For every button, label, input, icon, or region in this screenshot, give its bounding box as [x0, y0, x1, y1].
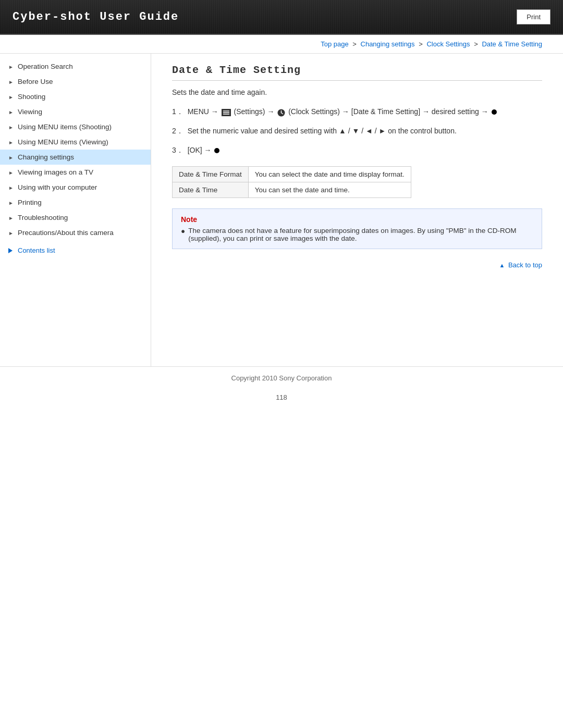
- arrow-icon: ►: [8, 155, 14, 160]
- arrow-icon: ►: [8, 79, 14, 84]
- steps-list: 1． MENU → (Settings) →: [172, 106, 542, 156]
- sidebar-item-label: Before Use: [18, 78, 53, 85]
- page-title: Date & Time Setting: [172, 64, 542, 81]
- footer: Copyright 2010 Sony Corporation: [0, 366, 563, 389]
- note-item-1: ● The camera does not have a feature for…: [181, 227, 533, 242]
- arrow-icon: ►: [8, 94, 14, 100]
- note-text-1: The camera does not have a feature for s…: [188, 227, 533, 242]
- sidebar-item-label: Using with your computer: [18, 183, 97, 191]
- sidebar-item-label: Troubleshooting: [18, 214, 68, 221]
- sidebar-item-precautions[interactable]: ► Precautions/About this camera: [0, 225, 151, 240]
- breadcrumb-top-page[interactable]: Top page: [321, 40, 349, 48]
- step-2-text: Set the numeric value and desired settin…: [188, 127, 457, 135]
- main-layout: ► Operation Search ► Before Use ► Shooti…: [0, 54, 563, 366]
- sidebar-item-label: Viewing images on a TV: [18, 168, 93, 176]
- step-3: 3． [OK] →: [172, 144, 542, 156]
- table-cell-col2-1: You can select the date and time display…: [248, 167, 411, 182]
- sidebar-item-operation-search[interactable]: ► Operation Search: [0, 59, 151, 74]
- sidebar-item-label: Operation Search: [18, 63, 73, 70]
- sidebar: ► Operation Search ► Before Use ► Shooti…: [0, 54, 151, 366]
- breadcrumb-sep3: >: [474, 40, 480, 48]
- info-table: Date & Time Format You can select the da…: [172, 166, 411, 198]
- table-cell-col1-1: Date & Time Format: [173, 167, 249, 182]
- note-title: Note: [181, 215, 533, 224]
- copyright-text: Copyright 2010 Sony Corporation: [231, 374, 332, 382]
- clock-icon: [277, 106, 285, 118]
- sidebar-item-label: Precautions/About this camera: [18, 229, 114, 237]
- step-num-2: 2．: [172, 127, 183, 135]
- sidebar-item-viewing-images-tv[interactable]: ► Viewing images on a TV: [0, 165, 151, 180]
- breadcrumb-date-time-setting[interactable]: Date & Time Setting: [482, 40, 542, 48]
- sidebar-item-using-menu-shooting[interactable]: ► Using MENU items (Shooting): [0, 119, 151, 134]
- breadcrumb-sep2: >: [419, 40, 424, 48]
- intro-text: Sets the date and time again.: [172, 88, 542, 96]
- note-box: Note ● The camera does not have a featur…: [172, 208, 542, 249]
- sidebar-item-label: Shooting: [18, 93, 45, 101]
- sidebar-item-label: Using MENU items (Shooting): [18, 123, 112, 131]
- arrow-icon: ►: [8, 140, 14, 145]
- table-row: Date & Time Format You can select the da…: [173, 167, 411, 182]
- breadcrumb: Top page > Changing settings > Clock Set…: [0, 35, 563, 54]
- arrow-icon: ►: [8, 125, 14, 130]
- arrow-icon: ►: [8, 64, 14, 69]
- table-cell-col2-2: You can set the date and time.: [248, 182, 411, 198]
- bullet-circle-1: [492, 109, 497, 115]
- sidebar-item-label: Using MENU items (Viewing): [18, 138, 108, 146]
- app-title: Cyber-shot User Guide: [13, 10, 179, 23]
- step-num-1: 1．: [172, 107, 183, 116]
- contents-list-arrow-icon: [8, 248, 13, 253]
- sidebar-item-label: Viewing: [18, 108, 42, 116]
- bullet-circle-3: [214, 148, 219, 153]
- sidebar-item-printing[interactable]: ► Printing: [0, 195, 151, 210]
- main-content: Date & Time Setting Sets the date and ti…: [151, 54, 563, 366]
- breadcrumb-sep1: >: [352, 40, 358, 48]
- table-cell-col1-2: Date & Time: [173, 182, 249, 198]
- arrow-icon: ►: [8, 185, 14, 190]
- sidebar-item-using-menu-viewing[interactable]: ► Using MENU items (Viewing): [0, 134, 151, 150]
- arrow-icon: ►: [8, 230, 14, 236]
- step-1-text-middle1: (Settings) →: [234, 107, 277, 116]
- print-button[interactable]: Print: [517, 9, 550, 24]
- breadcrumb-clock-settings[interactable]: Clock Settings: [426, 40, 470, 48]
- arrow-icon: ►: [8, 215, 14, 220]
- back-to-top-link[interactable]: ▲ Back to top: [499, 261, 542, 269]
- table-row: Date & Time You can set the date and tim…: [173, 182, 411, 198]
- breadcrumb-changing-settings[interactable]: Changing settings: [361, 40, 415, 48]
- page-header: Cyber-shot User Guide Print: [0, 0, 563, 35]
- step-1-text-before: MENU →: [188, 107, 221, 116]
- step-1-text-middle2: (Clock Settings) → [Date & Time Setting]…: [288, 107, 490, 116]
- step-2: 2． Set the numeric value and desired set…: [172, 125, 542, 137]
- sidebar-item-label: Printing: [18, 199, 42, 206]
- up-arrow-icon: ▲: [499, 262, 505, 268]
- arrow-icon: ►: [8, 109, 14, 115]
- sidebar-item-label: Changing settings: [18, 153, 74, 161]
- contents-list-link[interactable]: Contents list: [18, 246, 55, 254]
- sidebar-item-viewing[interactable]: ► Viewing: [0, 104, 151, 119]
- step-num-3: 3．: [172, 146, 183, 154]
- sidebar-item-changing-settings[interactable]: ► Changing settings: [0, 150, 151, 165]
- sidebar-item-before-use[interactable]: ► Before Use: [0, 74, 151, 89]
- step-1: 1． MENU → (Settings) →: [172, 106, 542, 118]
- arrow-icon: ►: [8, 200, 14, 205]
- back-to-top-label: Back to top: [508, 261, 542, 269]
- step-3-text: [OK] →: [188, 146, 214, 154]
- contents-list-link-container: Contents list: [0, 240, 151, 261]
- note-bullet-icon: ●: [181, 227, 185, 235]
- page-number: 118: [0, 389, 563, 405]
- sidebar-item-shooting[interactable]: ► Shooting: [0, 89, 151, 104]
- sidebar-item-using-computer[interactable]: ► Using with your computer: [0, 180, 151, 195]
- arrow-icon: ►: [8, 170, 14, 175]
- back-to-top-row: ▲ Back to top: [172, 257, 542, 271]
- sidebar-item-troubleshooting[interactable]: ► Troubleshooting: [0, 210, 151, 225]
- settings-icon: [222, 106, 231, 118]
